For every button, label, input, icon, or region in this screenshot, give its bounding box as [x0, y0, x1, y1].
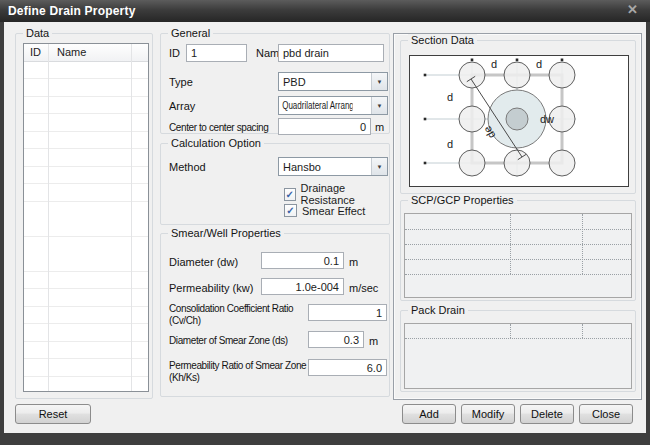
d-label: d — [447, 91, 453, 103]
section-panel: Section Data — [393, 33, 642, 400]
type-label: Type — [169, 76, 193, 88]
d-label: d — [536, 58, 542, 70]
calculation-group-label: Calculation Option — [168, 137, 264, 150]
method-label: Method — [169, 161, 206, 173]
diameter-dw-field[interactable]: 0.1 — [261, 252, 344, 269]
smear-zone-permeability-ratio-label: Permeability Ratio of Smear Zone (Kh/Ks) — [169, 360, 307, 384]
add-button[interactable]: Add — [402, 404, 456, 424]
modify-button[interactable]: Modify — [461, 404, 515, 424]
consolidation-ratio-label: Consolidation Coefficient Ratio (Cv/Ch) — [169, 303, 307, 327]
spacing-unit: m — [375, 121, 384, 133]
name-field[interactable]: pbd drain — [278, 44, 384, 62]
column-separator — [48, 44, 49, 391]
type-dropdown-value: PBD — [279, 73, 371, 90]
d-label: d — [491, 58, 497, 70]
general-group-label: General — [168, 27, 213, 40]
id-field[interactable]: 1 — [186, 44, 247, 62]
dialog-title: Define Drain Property — [0, 4, 136, 18]
check-icon[interactable]: ✓ — [284, 188, 296, 201]
data-list-rows[interactable] — [24, 62, 148, 391]
column-header-id[interactable]: ID — [30, 46, 41, 58]
smear-zone-diameter-unit: m — [369, 335, 378, 347]
method-dropdown-value: Hansbo — [279, 158, 371, 175]
reset-button[interactable]: Reset — [15, 404, 91, 424]
chevron-down-icon[interactable]: ▼ — [371, 158, 387, 175]
chevron-down-icon[interactable]: ▼ — [371, 73, 387, 90]
data-list[interactable]: ID Name — [23, 43, 149, 392]
column-header-name[interactable]: Name — [57, 46, 86, 58]
method-dropdown[interactable]: Hansbo ▼ — [278, 157, 388, 176]
diameter-dw-unit: m — [349, 256, 358, 268]
data-group-label: Data — [23, 27, 52, 40]
table-row-line — [405, 244, 631, 245]
d-label: d — [447, 138, 453, 150]
spacing-label: Center to center spacing — [169, 122, 268, 134]
table-column-line — [510, 214, 511, 274]
scp-gcp-label: SCP/GCP Properties — [408, 194, 517, 207]
column-separator — [131, 44, 132, 391]
array-dropdown-value: Quadrilateral Arrangement — [279, 97, 353, 114]
title-bar: Define Drain Property ✕ — [0, 0, 650, 22]
section-data-group: Section Data — [400, 40, 636, 194]
permeability-kw-label: Permeability (kw) — [169, 282, 253, 294]
diameter-dw-label: Diameter (dw) — [169, 256, 238, 268]
drainage-resistance-label: Drainage Resistance — [301, 182, 389, 206]
define-drain-property-dialog: Define Drain Property ✕ Data ID Name Res… — [0, 0, 650, 445]
diagram-svg: d d d d dw de — [410, 56, 628, 186]
id-label: ID — [169, 47, 180, 59]
calculation-option-group: Calculation Option Method Hansbo ▼ ✓ Dra… — [160, 143, 390, 225]
delete-button[interactable]: Delete — [520, 404, 574, 424]
dw-label: dw — [540, 113, 554, 125]
drain-arrangement-diagram: d d d d dw de — [409, 55, 629, 187]
well-circle — [506, 108, 528, 130]
table-row-line — [405, 229, 631, 230]
consolidation-ratio-field[interactable]: 1 — [308, 304, 387, 321]
drainage-resistance-checkbox[interactable]: ✓ Drainage Resistance — [284, 182, 389, 206]
pack-drain-label: Pack Drain — [408, 304, 468, 317]
dialog-body: Data ID Name Reset General ID 1 Name pbd… — [4, 22, 646, 433]
permeability-kw-unit: m/sec — [349, 282, 378, 294]
close-icon[interactable]: ✕ — [627, 2, 638, 17]
array-dropdown[interactable]: Quadrilateral Arrangement ▼ — [278, 96, 388, 115]
table-row-line — [405, 338, 631, 339]
array-label: Array — [169, 100, 195, 112]
smear-effect-checkbox[interactable]: ✓ Smear Effect — [284, 204, 365, 217]
smear-zone-diameter-label: Diameter of Smear Zone (ds) — [169, 335, 288, 347]
section-data-label: Section Data — [408, 34, 477, 47]
spacing-field[interactable]: 0 — [278, 118, 371, 135]
general-group: General ID 1 Name pbd drain Type PBD ▼ A… — [160, 33, 390, 134]
table-column-line — [582, 324, 583, 338]
table-column-line — [510, 324, 511, 338]
table-row-line — [405, 259, 631, 260]
pack-drain-table[interactable] — [404, 323, 632, 389]
table-row-line — [405, 274, 631, 275]
smear-zone-permeability-ratio-field[interactable]: 6.0 — [308, 359, 387, 376]
smear-well-group: Smear/Well Properties Diameter (dw) 0.1 … — [160, 233, 390, 397]
scp-gcp-table[interactable] — [404, 213, 632, 298]
check-icon[interactable]: ✓ — [284, 204, 297, 217]
table-column-line — [582, 214, 583, 274]
chevron-down-icon[interactable]: ▼ — [371, 97, 387, 114]
type-dropdown[interactable]: PBD ▼ — [278, 72, 388, 91]
pack-drain-group: Pack Drain — [400, 310, 636, 392]
smear-zone-diameter-field[interactable]: 0.3 — [308, 331, 364, 348]
permeability-kw-field[interactable]: 1.0e-004 — [261, 278, 344, 295]
smear-well-group-label: Smear/Well Properties — [168, 227, 284, 240]
smear-effect-label: Smear Effect — [302, 205, 365, 217]
scp-gcp-group: SCP/GCP Properties — [400, 200, 636, 301]
data-list-header[interactable]: ID Name — [24, 44, 148, 62]
close-button[interactable]: Close — [579, 404, 633, 424]
